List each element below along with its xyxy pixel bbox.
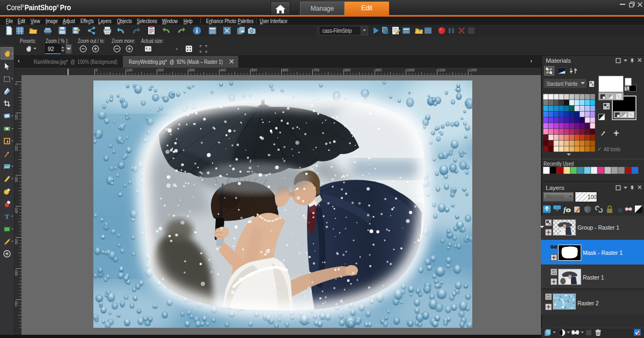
svg-text:100: 100 xyxy=(127,68,133,72)
svg-text:400: 400 xyxy=(220,68,226,72)
svg-text:1200: 1200 xyxy=(469,68,477,72)
svg-text:0: 0 xyxy=(14,83,18,85)
svg-text:200: 200 xyxy=(14,145,18,151)
svg-text:700: 700 xyxy=(313,68,319,72)
svg-text:100: 100 xyxy=(588,194,597,200)
svg-text:100: 100 xyxy=(14,114,18,120)
svg-text:200: 200 xyxy=(158,68,164,72)
svg-text:900: 900 xyxy=(376,68,382,72)
svg-text:0: 0 xyxy=(96,68,98,72)
svg-text:1100: 1100 xyxy=(438,68,445,72)
svg-text:1000: 1000 xyxy=(407,68,415,72)
svg-text:400: 400 xyxy=(14,208,18,214)
svg-text:500: 500 xyxy=(14,239,18,245)
svg-text:500: 500 xyxy=(251,68,257,72)
svg-text:T: T xyxy=(5,212,10,221)
svg-text:300: 300 xyxy=(14,177,18,182)
svg-text:700: 700 xyxy=(14,301,18,307)
svg-text:800: 800 xyxy=(345,68,350,72)
svg-text:600: 600 xyxy=(14,270,18,276)
svg-text:300: 300 xyxy=(189,68,195,72)
svg-text:600: 600 xyxy=(282,68,288,72)
